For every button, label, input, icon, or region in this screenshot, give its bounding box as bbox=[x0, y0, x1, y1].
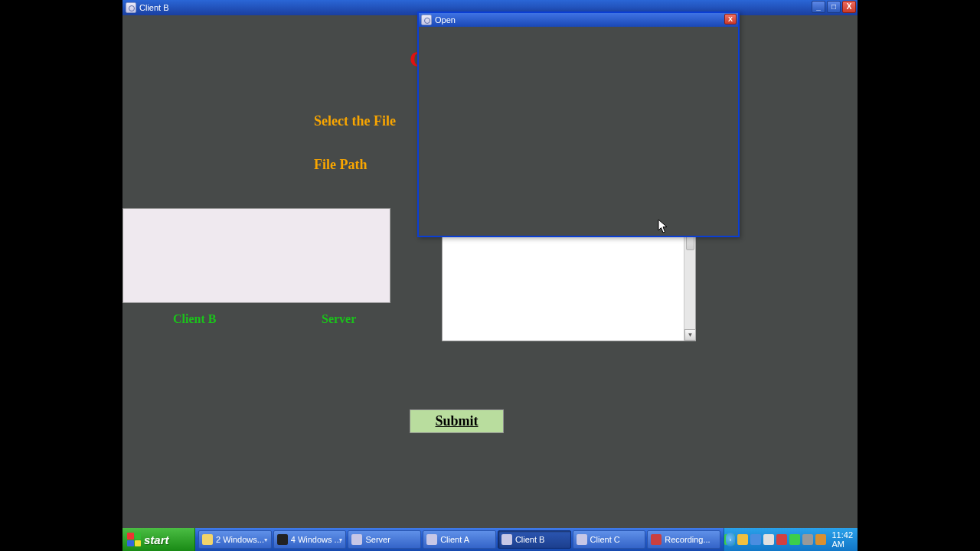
close-button[interactable]: X bbox=[842, 1, 856, 13]
desktop-area: Client B _ □ X Client B Select the File … bbox=[122, 0, 858, 551]
tray-icons bbox=[724, 534, 826, 545]
taskbar-item-icon bbox=[577, 534, 587, 545]
select-file-label: Select the File bbox=[314, 113, 396, 129]
taskbar-item-icon bbox=[277, 534, 288, 545]
taskbar-item-label: 4 Windows ... bbox=[291, 535, 341, 544]
tray-icon[interactable] bbox=[763, 534, 774, 545]
server-label: Server bbox=[322, 312, 356, 326]
dialog-body bbox=[420, 27, 737, 234]
start-label: start bbox=[144, 533, 169, 546]
tray-icon[interactable] bbox=[776, 534, 787, 545]
dialog-close-button[interactable]: X bbox=[724, 14, 737, 24]
taskbar-item-label: Client B bbox=[515, 535, 545, 544]
taskbar-item-label: Client A bbox=[440, 535, 469, 544]
tray-icon[interactable] bbox=[737, 534, 748, 545]
taskbar-item-label: Client C bbox=[590, 535, 620, 544]
cursor-icon bbox=[658, 219, 668, 234]
java-icon bbox=[126, 2, 136, 13]
taskbar-item-label: Server bbox=[365, 535, 390, 544]
submit-button[interactable]: Submit bbox=[410, 409, 504, 433]
taskbar-item[interactable]: 4 Windows ...▼ bbox=[273, 530, 347, 549]
chevron-down-icon: ▼ bbox=[263, 537, 269, 543]
taskbar-item-icon bbox=[202, 534, 213, 545]
taskbar-items: 2 Windows...▼4 Windows ...▼ServerClient … bbox=[195, 528, 724, 551]
taskbar-item[interactable]: 2 Windows...▼ bbox=[198, 530, 272, 549]
file-path-label: File Path bbox=[314, 157, 368, 173]
taskbar: start 2 Windows...▼4 Windows ...▼ServerC… bbox=[122, 528, 858, 551]
client-server-pane[interactable] bbox=[122, 208, 390, 303]
maximize-button[interactable]: □ bbox=[827, 1, 841, 13]
system-tray[interactable]: ‹ 11:42 AM bbox=[724, 528, 858, 551]
tray-icon[interactable] bbox=[802, 534, 813, 545]
minimize-button[interactable]: _ bbox=[812, 1, 825, 13]
stage: Client B _ □ X Client B Select the File … bbox=[0, 0, 980, 551]
taskbar-item[interactable]: Client C bbox=[573, 530, 646, 549]
taskbar-item-icon bbox=[426, 534, 437, 545]
tray-icon[interactable] bbox=[750, 534, 761, 545]
taskbar-item-label: Recording... bbox=[665, 535, 710, 544]
taskbar-item[interactable]: Recording... bbox=[647, 530, 720, 549]
taskbar-item-icon bbox=[351, 534, 362, 545]
clock: 11:42 AM bbox=[831, 530, 853, 549]
scroll-down-button[interactable]: ▼ bbox=[684, 329, 696, 341]
taskbar-item[interactable]: Client B bbox=[498, 530, 571, 549]
window-buttons: _ □ X bbox=[812, 1, 856, 13]
taskbar-item-icon bbox=[501, 534, 512, 545]
start-button[interactable]: start bbox=[122, 528, 195, 551]
taskbar-item[interactable]: Server bbox=[348, 530, 421, 549]
dialog-titlebar[interactable]: Open X bbox=[419, 13, 738, 27]
open-dialog[interactable]: Open X bbox=[417, 11, 740, 237]
taskbar-item[interactable]: Client A bbox=[423, 530, 496, 549]
dialog-title: Open bbox=[435, 15, 456, 24]
windows-logo-icon bbox=[127, 533, 141, 546]
main-window-title: Client B bbox=[139, 3, 169, 12]
client-label: Client B bbox=[173, 312, 216, 326]
tray-icon[interactable] bbox=[789, 534, 800, 545]
java-icon bbox=[421, 15, 432, 25]
taskbar-item-label: 2 Windows... bbox=[216, 535, 264, 544]
tray-expand-icon[interactable]: ‹ bbox=[726, 533, 735, 546]
tray-icon[interactable] bbox=[815, 534, 826, 545]
chevron-down-icon: ▼ bbox=[338, 537, 344, 543]
taskbar-item-icon bbox=[651, 534, 662, 545]
